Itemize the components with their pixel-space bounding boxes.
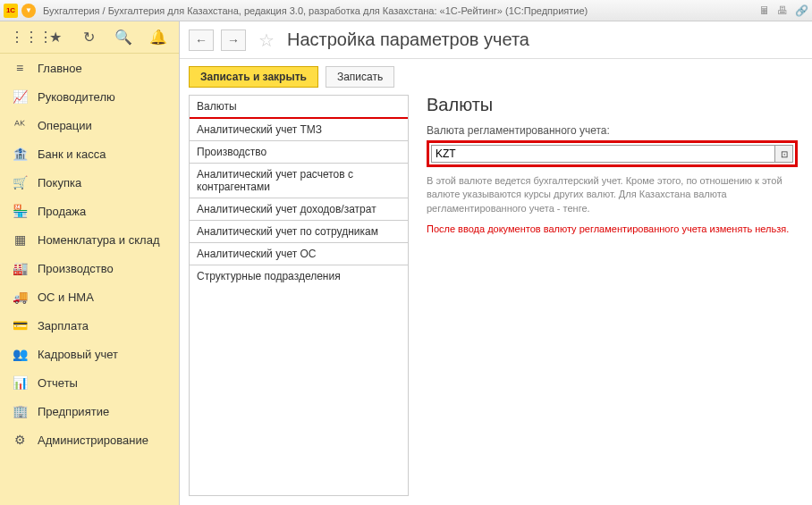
nav-label: Отчеты xyxy=(38,376,78,390)
sidebar-toolbar: ⋮⋮⋮ ★ ↻ 🔍 🔔 xyxy=(0,21,179,54)
nav-label: Покупка xyxy=(38,176,81,189)
nav-main[interactable]: ≡Главное xyxy=(0,54,179,82)
building-icon: 🏢 xyxy=(11,404,29,418)
app-logo-icon: 1C xyxy=(4,4,18,18)
menu-icon: ≡ xyxy=(11,61,29,75)
card-icon: 💳 xyxy=(11,318,29,332)
link-icon[interactable]: 🔗 xyxy=(795,4,808,17)
nav-label: Операции xyxy=(38,119,92,132)
report-icon: 📊 xyxy=(11,375,29,390)
star-icon[interactable]: ★ xyxy=(45,29,66,46)
bell-icon[interactable]: 🔔 xyxy=(148,29,169,46)
nav-manager[interactable]: 📈Руководителю xyxy=(0,82,179,111)
details-panel: Валюты Валюта регламентированного учета:… xyxy=(421,95,803,496)
gear-icon: ⚙ xyxy=(11,433,29,447)
save-close-button[interactable]: Записать и закрыть xyxy=(189,66,318,88)
cart-icon: 🛒 xyxy=(11,175,29,189)
nav-label: Кадровый учет xyxy=(38,348,118,361)
people-icon: 👥 xyxy=(11,347,29,361)
back-button[interactable]: ← xyxy=(189,29,214,51)
favorite-star-icon[interactable]: ☆ xyxy=(258,29,275,51)
tab-production[interactable]: Производство xyxy=(190,141,408,164)
help-text: В этой валюте ведется бухгалтерский учет… xyxy=(427,174,798,215)
toolbar: Записать и закрыть Записать xyxy=(180,59,812,95)
nav-label: Предприятие xyxy=(38,405,109,418)
nav-assets[interactable]: 🚚ОС и НМА xyxy=(0,282,179,311)
content-header: ← → ☆ Настройка параметров учета xyxy=(180,21,812,59)
currency-input[interactable] xyxy=(431,145,775,163)
nav-enterprise[interactable]: 🏢Предприятие xyxy=(0,397,179,425)
nav-production[interactable]: 🏭Производство xyxy=(0,254,179,282)
nav-label: Банк и касса xyxy=(38,147,106,161)
history-icon[interactable]: ↻ xyxy=(79,29,100,46)
nav-label: Производство xyxy=(38,262,114,275)
nav-purchase[interactable]: 🛒Покупка xyxy=(0,168,179,197)
currency-input-highlight: ⊡ xyxy=(427,140,798,167)
section-heading: Валюты xyxy=(427,95,798,115)
apps-icon[interactable]: ⋮⋮⋮ xyxy=(10,29,31,46)
nav-sale[interactable]: 🏪Продажа xyxy=(0,197,179,225)
nav-bank[interactable]: 🏦Банк и касса xyxy=(0,139,179,168)
tab-divisions[interactable]: Структурные подразделения xyxy=(190,265,408,287)
sidebar-nav: ≡Главное 📈Руководителю ᴬᴷОперации 🏦Банк … xyxy=(0,54,179,505)
tab-contractors[interactable]: Аналитический учет расчетов с контрагент… xyxy=(190,164,408,198)
page-title: Настройка параметров учета xyxy=(287,29,529,50)
search-icon[interactable]: 🔍 xyxy=(113,29,134,46)
content-body: Валюты Аналитический учет ТМЗ Производст… xyxy=(180,95,812,505)
nav-label: Зарплата xyxy=(38,319,89,332)
tab-currencies[interactable]: Валюты xyxy=(190,96,408,119)
content-area: ← → ☆ Настройка параметров учета Записат… xyxy=(179,21,812,505)
currency-field-label: Валюта регламентированного учета: xyxy=(427,124,798,137)
tab-income[interactable]: Аналитический учет доходов/затрат xyxy=(190,198,408,221)
nav-label: Продажа xyxy=(38,205,86,218)
nav-hr[interactable]: 👥Кадровый учет xyxy=(0,340,179,368)
nav-reports[interactable]: 📊Отчеты xyxy=(0,368,179,397)
nav-label: Администрирование xyxy=(38,433,148,447)
tab-os[interactable]: Аналитический учет ОС xyxy=(190,243,408,265)
factory-icon: 🏭 xyxy=(11,261,29,275)
print-icon[interactable]: 🖶 xyxy=(777,4,788,17)
shop-icon: 🏪 xyxy=(11,204,29,218)
nav-nomenclature[interactable]: ▦Номенклатура и склад xyxy=(0,225,179,254)
chart-icon: 📈 xyxy=(11,89,29,104)
nav-salary[interactable]: 💳Зарплата xyxy=(0,311,179,340)
forward-button[interactable]: → xyxy=(221,29,246,51)
nav-admin[interactable]: ⚙Администрирование xyxy=(0,425,179,454)
nav-operations[interactable]: ᴬᴷОперации xyxy=(0,111,179,139)
tab-employees[interactable]: Аналитический учет по сотрудникам xyxy=(190,221,408,243)
bank-icon: 🏦 xyxy=(11,147,29,161)
grid-icon: ▦ xyxy=(11,232,29,247)
save-button[interactable]: Записать xyxy=(326,66,394,88)
nav-label: Номенклатура и склад xyxy=(38,233,159,247)
titlebar: 1C ▼ Бухгалтерия / Бухгалтерия для Казах… xyxy=(0,0,812,21)
sidebar: ⋮⋮⋮ ★ ↻ 🔍 🔔 ≡Главное 📈Руководителю ᴬᴷОпе… xyxy=(0,21,179,505)
settings-tabs: Валюты Аналитический учет ТМЗ Производст… xyxy=(189,95,409,496)
truck-icon: 🚚 xyxy=(11,290,29,304)
nav-label: Главное xyxy=(38,62,82,75)
calc-icon[interactable]: 🖩 xyxy=(759,4,770,17)
app-menu-dropdown-icon[interactable]: ▼ xyxy=(21,4,36,18)
tab-tmz[interactable]: Аналитический учет ТМЗ xyxy=(190,119,408,141)
nav-label: Руководителю xyxy=(38,90,115,104)
warning-text: После ввода документов валюту регламенти… xyxy=(427,223,798,236)
currency-picker-button[interactable]: ⊡ xyxy=(775,145,793,163)
nav-label: ОС и НМА xyxy=(38,290,94,304)
ops-icon: ᴬᴷ xyxy=(11,118,29,132)
window-title: Бухгалтерия / Бухгалтерия для Казахстана… xyxy=(43,5,759,16)
